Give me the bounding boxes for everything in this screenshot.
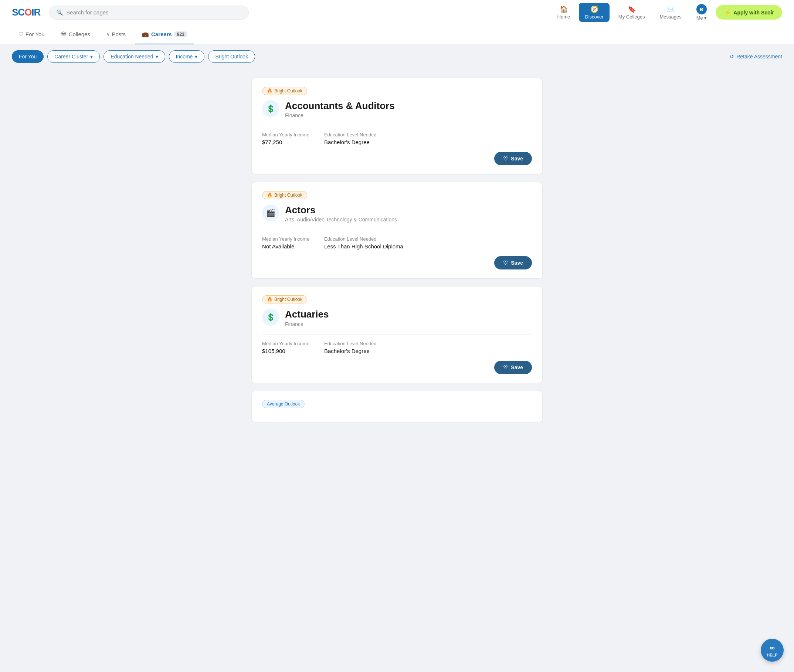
retake-label: Retake Assessment bbox=[736, 54, 782, 59]
retake-assessment-button[interactable]: ↺ Retake Assessment bbox=[730, 54, 782, 59]
outlook-badge-2: 🔥 Bright Outlook bbox=[262, 191, 307, 199]
heart-save-icon-3: ♡ bbox=[503, 365, 508, 370]
tab-posts[interactable]: # Posts bbox=[100, 25, 132, 44]
career-info-1: Accountants & Auditors Finance bbox=[285, 100, 395, 118]
card-footer-1: ♡ Save bbox=[262, 152, 532, 165]
tab-for-you-label: For You bbox=[26, 31, 45, 37]
heart-icon: ♡ bbox=[19, 31, 23, 38]
save-button-3[interactable]: ♡ Save bbox=[494, 361, 532, 374]
filters-row: For You Career Cluster ▾ Education Neede… bbox=[0, 44, 794, 69]
career-title-3: Actuaries bbox=[285, 309, 329, 320]
tab-for-you[interactable]: ♡ For You bbox=[12, 25, 51, 44]
chevron-down-icon: ▾ bbox=[90, 54, 93, 59]
user-avatar: B bbox=[696, 4, 707, 14]
chevron-down-icon-2: ▾ bbox=[155, 54, 158, 59]
filter-income[interactable]: Income ▾ bbox=[169, 50, 205, 63]
careers-badge: 923 bbox=[174, 31, 187, 37]
stat-income-1: Median Yearly Income $77,250 bbox=[262, 132, 309, 145]
nav-my-colleges[interactable]: 🔖 My Colleges bbox=[613, 3, 651, 22]
career-card-4: Average Outlook bbox=[251, 391, 543, 422]
colleges-icon: 🏛 bbox=[61, 31, 67, 37]
nav-messages-label: Messages bbox=[660, 14, 681, 19]
retake-icon: ↺ bbox=[730, 54, 734, 59]
career-stats-1: Median Yearly Income $77,250 Education L… bbox=[262, 132, 532, 145]
filter-career-cluster[interactable]: Career Cluster ▾ bbox=[47, 50, 100, 63]
tabs-row: ♡ For You 🏛 Colleges # Posts 💼 Careers 9… bbox=[0, 25, 794, 44]
career-icon-3: 💲 bbox=[262, 309, 279, 326]
career-header-1: 💲 Accountants & Auditors Finance bbox=[262, 100, 532, 118]
tab-colleges[interactable]: 🏛 Colleges bbox=[54, 25, 97, 44]
career-cluster-2: Arts, Audio/Video Technology & Communica… bbox=[285, 217, 397, 222]
career-card-actuaries: 🔥 Bright Outlook 💲 Actuaries Finance Med… bbox=[251, 286, 543, 383]
career-stats-2: Median Yearly Income Not Available Educa… bbox=[262, 236, 532, 250]
bolt-icon: ⚡ bbox=[724, 9, 731, 16]
career-title-1: Accountants & Auditors bbox=[285, 100, 395, 112]
career-card-accountants-auditors: 🔥 Bright Outlook 💲 Accountants & Auditor… bbox=[251, 78, 543, 174]
career-title-2: Actors bbox=[285, 205, 397, 216]
filter-income-label: Income bbox=[176, 54, 193, 59]
outlook-badge-1: 🔥 Bright Outlook bbox=[262, 87, 307, 95]
career-header-2: 🎬 Actors Arts, Audio/Video Technology & … bbox=[262, 205, 532, 222]
divider-3 bbox=[262, 334, 532, 335]
apply-label: Apply with Scoir bbox=[733, 10, 774, 16]
filter-education-needed[interactable]: Education Needed ▾ bbox=[104, 50, 165, 63]
tab-careers-label: Careers bbox=[151, 31, 172, 37]
stat-income-3: Median Yearly Income $105,900 bbox=[262, 341, 309, 354]
tab-posts-label: Posts bbox=[112, 31, 126, 37]
flame-icon-1: 🔥 bbox=[267, 88, 272, 93]
tab-careers[interactable]: 💼 Careers 923 bbox=[135, 25, 194, 44]
navbar: SCOIR 🔍 Search for pages 🏠 Home 🧭 Discov… bbox=[0, 0, 794, 25]
career-info-3: Actuaries Finance bbox=[285, 309, 329, 327]
nav-me[interactable]: B Me ▾ bbox=[690, 2, 713, 23]
career-cluster-1: Finance bbox=[285, 112, 395, 118]
careers-icon: 💼 bbox=[142, 31, 149, 38]
nav-home[interactable]: 🏠 Home bbox=[552, 3, 576, 22]
nav-items: 🏠 Home 🧭 Discover 🔖 My Colleges ✉️ Messa… bbox=[552, 2, 782, 23]
card-footer-3: ♡ Save bbox=[262, 361, 532, 374]
career-cluster-3: Finance bbox=[285, 321, 329, 327]
filter-for-you-label: For You bbox=[19, 54, 37, 59]
stat-income-2: Median Yearly Income Not Available bbox=[262, 236, 309, 250]
messages-icon: ✉️ bbox=[666, 5, 675, 13]
filter-bright-outlook-label: Bright Outlook bbox=[215, 54, 248, 59]
nav-messages[interactable]: ✉️ Messages bbox=[653, 3, 687, 22]
outlook-badge-3: 🔥 Bright Outlook bbox=[262, 295, 307, 304]
stat-education-3: Education Level Needed Bachelor's Degree bbox=[324, 341, 377, 354]
filter-for-you[interactable]: For You bbox=[12, 50, 43, 63]
heart-save-icon-2: ♡ bbox=[503, 260, 508, 266]
discover-icon: 🧭 bbox=[590, 5, 599, 13]
careers-list: 🔥 Bright Outlook 💲 Accountants & Auditor… bbox=[245, 78, 549, 422]
nav-me-label: Me ▾ bbox=[696, 15, 707, 21]
nav-discover-label: Discover bbox=[585, 14, 604, 19]
posts-icon: # bbox=[106, 31, 109, 37]
save-button-1[interactable]: ♡ Save bbox=[494, 152, 532, 165]
filter-career-cluster-label: Career Cluster bbox=[54, 54, 88, 59]
career-stats-3: Median Yearly Income $105,900 Education … bbox=[262, 341, 532, 354]
tab-colleges-label: Colleges bbox=[69, 31, 90, 37]
search-bar[interactable]: 🔍 Search for pages bbox=[49, 6, 249, 19]
home-icon: 🏠 bbox=[560, 5, 568, 13]
divider-1 bbox=[262, 126, 532, 126]
outlook-badge-4: Average Outlook bbox=[262, 400, 304, 408]
apply-button[interactable]: ⚡ Apply with Scoir bbox=[716, 5, 782, 19]
stat-education-1: Education Level Needed Bachelor's Degree bbox=[324, 132, 377, 145]
nav-colleges-label: My Colleges bbox=[618, 14, 645, 19]
search-placeholder: Search for pages bbox=[66, 9, 108, 16]
card-footer-2: ♡ Save bbox=[262, 256, 532, 269]
flame-icon-3: 🔥 bbox=[267, 297, 272, 302]
bookmark-icon: 🔖 bbox=[628, 5, 636, 13]
career-header-3: 💲 Actuaries Finance bbox=[262, 309, 532, 327]
search-icon: 🔍 bbox=[56, 9, 63, 16]
nav-discover[interactable]: 🧭 Discover bbox=[579, 3, 610, 22]
career-info-2: Actors Arts, Audio/Video Technology & Co… bbox=[285, 205, 397, 222]
career-icon-2: 🎬 bbox=[262, 205, 279, 221]
flame-icon-2: 🔥 bbox=[267, 193, 272, 198]
nav-home-label: Home bbox=[557, 14, 570, 19]
heart-save-icon-1: ♡ bbox=[503, 155, 508, 162]
career-icon-1: 💲 bbox=[262, 100, 279, 117]
stat-education-2: Education Level Needed Less Than High Sc… bbox=[324, 236, 403, 250]
chevron-down-icon-3: ▾ bbox=[195, 54, 197, 59]
save-button-2[interactable]: ♡ Save bbox=[494, 256, 532, 269]
filter-bright-outlook[interactable]: Bright Outlook bbox=[208, 50, 255, 63]
logo[interactable]: SCOIR bbox=[12, 6, 40, 18]
